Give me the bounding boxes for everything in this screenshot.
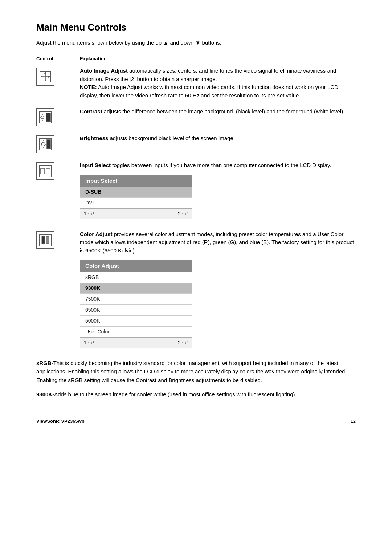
icon-cell-input-select xyxy=(36,161,80,180)
svg-marker-3 xyxy=(44,72,46,74)
svg-rect-24 xyxy=(42,236,45,244)
table-header: Control Explanation xyxy=(36,56,356,63)
input-select-svg xyxy=(39,165,52,178)
color-adjust-svg xyxy=(39,234,52,247)
contrast-svg xyxy=(39,111,52,124)
osd-input-select-item-dvi: DVI xyxy=(80,198,192,208)
osd-input-select-item-dsub: D-SUB xyxy=(80,187,192,198)
explanation-color-adjust: Color Adjust provides several color adju… xyxy=(80,230,356,351)
row-auto-image-adjust: Auto Image Adjust automatically sizes, c… xyxy=(36,67,356,100)
osd-color-adjust-item-user-color: User Color xyxy=(80,327,192,337)
row-brightness: Brightness adjusts background black leve… xyxy=(36,134,356,153)
svg-point-8 xyxy=(41,116,44,119)
row-color-adjust: Color Adjust provides several color adju… xyxy=(36,230,356,351)
osd-color-adjust-item-7500k: 7500K xyxy=(80,294,192,305)
contrast-icon xyxy=(36,108,54,126)
input-select-icon xyxy=(36,162,54,180)
osd-color-footer-left: 1 : ↵ xyxy=(84,339,94,347)
osd-color-adjust: Color Adjust sRGB 9300K 7500K 6500K 5000… xyxy=(80,260,192,348)
auto-image-adjust-icon xyxy=(36,68,54,86)
footer-brand: ViewSonic VP2365wb xyxy=(36,418,85,424)
header-control: Control xyxy=(36,56,80,61)
svg-point-14 xyxy=(41,142,45,146)
svg-rect-19 xyxy=(47,140,50,149)
icon-cell-brightness xyxy=(36,134,80,153)
svg-rect-21 xyxy=(41,168,45,174)
svg-marker-4 xyxy=(44,80,46,81)
explanation-auto-image-adjust: Auto Image Adjust automatically sizes, c… xyxy=(80,67,356,100)
body-paragraphs: sRGB-This is quickly becoming the indust… xyxy=(36,359,356,398)
svg-rect-12 xyxy=(46,113,50,122)
brightness-icon xyxy=(36,135,54,153)
para-srgb: sRGB-This is quickly becoming the indust… xyxy=(36,359,356,384)
osd-input-select-footer: 1 : ↵ 2 : ↩ xyxy=(80,208,192,219)
osd-color-adjust-footer: 1 : ↵ 2 : ↩ xyxy=(80,337,192,348)
osd-input-select: Input Select D-SUB DVI 1 : ↵ 2 : ↩ xyxy=(80,175,192,219)
osd-footer-right: 2 : ↩ xyxy=(178,210,188,218)
controls-table: Control Explanation Auto Image Adjust au… xyxy=(36,56,356,351)
header-explanation: Explanation xyxy=(80,56,107,61)
svg-rect-25 xyxy=(46,236,49,244)
page-title: Main Menu Controls xyxy=(36,22,356,33)
osd-input-select-title: Input Select xyxy=(80,175,192,187)
intro-text: Adjust the menu items shown below by usi… xyxy=(36,40,356,46)
svg-marker-6 xyxy=(48,76,50,78)
osd-footer-left: 1 : ↵ xyxy=(84,210,94,218)
icon-cell-contrast xyxy=(36,108,80,126)
svg-rect-20 xyxy=(40,165,51,177)
osd-color-adjust-item-6500k: 6500K xyxy=(80,305,192,316)
row-input-select: Input Select toggles between inputs if y… xyxy=(36,161,356,222)
row-contrast: Contrast adjusts the difference between … xyxy=(36,108,356,126)
osd-color-adjust-title: Color Adjust xyxy=(80,260,192,272)
footer-page-number: 12 xyxy=(351,418,356,424)
para-9300k: 9300K-Adds blue to the screen image for … xyxy=(36,390,356,398)
svg-rect-22 xyxy=(46,168,50,174)
explanation-contrast: Contrast adjusts the difference between … xyxy=(80,108,356,116)
color-adjust-icon xyxy=(36,231,54,249)
icon-cell-color-adjust xyxy=(36,230,80,249)
page-footer: ViewSonic VP2365wb 12 xyxy=(36,413,356,424)
brightness-svg xyxy=(39,138,52,151)
auto-image-adjust-svg xyxy=(39,70,52,83)
svg-rect-23 xyxy=(40,234,51,246)
osd-color-adjust-item-5000k: 5000K xyxy=(80,316,192,327)
icon-cell-auto-image-adjust xyxy=(36,67,80,86)
osd-color-footer-right: 2 : ↩ xyxy=(178,339,188,347)
explanation-brightness: Brightness adjusts background black leve… xyxy=(80,134,356,143)
explanation-input-select: Input Select toggles between inputs if y… xyxy=(80,161,356,222)
svg-marker-5 xyxy=(41,76,42,78)
osd-color-adjust-item-9300k: 9300K xyxy=(80,283,192,294)
osd-color-adjust-item-srgb: sRGB xyxy=(80,272,192,283)
